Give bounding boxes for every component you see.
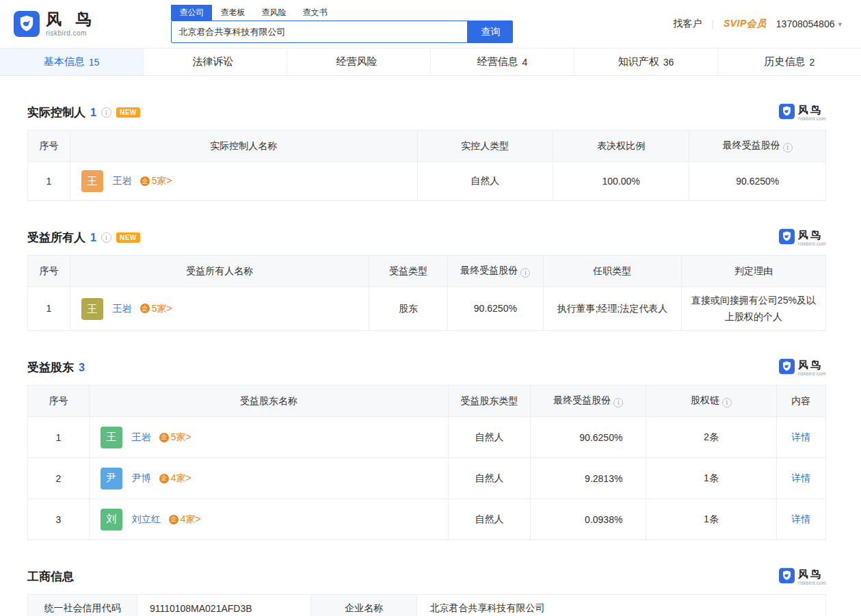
- person-link[interactable]: 王岩: [132, 431, 151, 442]
- riskbird-watermark-icon: [779, 228, 795, 247]
- tab-intellectual-property[interactable]: 知识产权 36: [574, 49, 718, 75]
- col-voting-ratio: 表决权比例: [553, 131, 689, 162]
- table-header-row: 序号 受益股东名称 受益股东类型 最终受益股份i 股权链i 内容: [28, 386, 826, 417]
- search-tab-company[interactable]: 查公司: [171, 5, 212, 21]
- detail-link[interactable]: 详情: [791, 472, 810, 483]
- riskbird-watermark-icon: [779, 358, 795, 377]
- tab-label: 经营信息: [477, 55, 518, 68]
- person-link[interactable]: 刘立红: [132, 513, 161, 524]
- watermark-name: 风鸟: [798, 230, 826, 240]
- cell-index: 3: [28, 499, 90, 540]
- company-icon: 企: [159, 474, 169, 483]
- related-companies-link[interactable]: 企 4家>: [159, 472, 191, 485]
- tab-label: 基本信息: [44, 55, 85, 68]
- col-position-type: 任职类型: [543, 256, 681, 287]
- search-area: 查公司 查老板 查风险 查文书 查询: [171, 5, 513, 43]
- info-icon[interactable]: i: [101, 107, 111, 118]
- col-owner-name: 受益所有人名称: [70, 256, 369, 287]
- section-count: 3: [79, 362, 85, 374]
- cell-type: 自然人: [449, 458, 531, 499]
- related-companies-link[interactable]: 企 5家>: [140, 175, 172, 187]
- tab-label: 经营风险: [336, 55, 377, 68]
- section-beneficial-owner: 受益所有人 1 i NEW 风鸟 riskbird.com 序号 受益所有人名称: [27, 230, 826, 331]
- field-value-credit-code: 91110108MA021AFD3B: [137, 595, 310, 616]
- watermark-name: 风鸟: [798, 360, 826, 370]
- search-tab-risk[interactable]: 查风险: [253, 5, 294, 21]
- cell-share: 90.6250%: [689, 162, 826, 201]
- riskbird-watermark-icon: [779, 567, 795, 586]
- person-link[interactable]: 王岩: [113, 175, 132, 186]
- cell-chain: 1条: [646, 499, 776, 540]
- search-button[interactable]: 查询: [468, 21, 513, 43]
- section-beneficial-shareholders: 受益股东 3 风鸟 riskbird.com 序号 受益股东名称 受益股东类型: [27, 360, 826, 540]
- table-header-row: 序号 受益所有人名称 受益类型 最终受益股份i 任职类型 判定理由: [28, 256, 826, 287]
- tab-operation-risk[interactable]: 经营风险: [287, 49, 431, 75]
- cell-type: 自然人: [417, 162, 553, 201]
- beneficial-owner-table: 序号 受益所有人名称 受益类型 最终受益股份i 任职类型 判定理由 1 王 王岩: [27, 255, 826, 331]
- cell-index: 2: [28, 458, 90, 499]
- col-equity-chain: 股权链i: [646, 386, 776, 417]
- cell-chain: 2条: [646, 417, 776, 458]
- search-tab-boss[interactable]: 查老板: [212, 5, 253, 21]
- related-companies-link[interactable]: 企 5家>: [159, 431, 191, 444]
- related-companies-link[interactable]: 企 4家>: [169, 513, 201, 526]
- account-phone-menu[interactable]: 13708054806 ▾: [776, 18, 842, 29]
- person-link[interactable]: 尹博: [132, 472, 151, 483]
- new-badge: NEW: [116, 232, 140, 243]
- col-final-share: 最终受益股份i: [689, 131, 826, 162]
- field-label-company-name: 企业名称: [311, 595, 417, 616]
- company-icon: 企: [169, 515, 178, 524]
- section-business-info: 工商信息 风鸟 riskbird.com 统一社会信用代码 91110108MA…: [27, 569, 826, 616]
- search-box: 查询: [171, 21, 513, 43]
- company-icon: 企: [140, 176, 150, 186]
- detail-tab-bar: 基本信息 15 法律诉讼 经营风险 经营信息 4 知识产权 36 历史信息 2: [0, 49, 861, 76]
- search-input[interactable]: [171, 21, 468, 43]
- actual-controller-table: 序号 实际控制人名称 实控人类型 表决权比例 最终受益股份i 1 王 王岩: [27, 130, 826, 201]
- col-final-share: 最终受益股份i: [447, 256, 543, 287]
- cell-vote: 100.00%: [553, 162, 689, 201]
- section-count: 1: [90, 232, 96, 244]
- search-tab-document[interactable]: 查文书: [294, 5, 335, 21]
- col-shareholder-name: 受益股东名称: [89, 386, 448, 417]
- cell-chain: 1条: [646, 458, 776, 499]
- tab-operation-info[interactable]: 经营信息 4: [431, 49, 574, 75]
- person-link[interactable]: 王岩: [113, 302, 132, 313]
- cell-content: 详情: [776, 417, 825, 458]
- detail-link[interactable]: 详情: [791, 513, 810, 524]
- tab-legal-litigation[interactable]: 法律诉讼: [144, 49, 287, 75]
- tab-history-info[interactable]: 历史信息 2: [718, 49, 861, 75]
- related-companies-link[interactable]: 企 5家>: [140, 301, 172, 317]
- chevron-down-icon: ▾: [838, 20, 842, 29]
- tab-count: 2: [810, 57, 815, 68]
- riskbird-logo-icon: [14, 11, 40, 37]
- col-index: 序号: [28, 386, 90, 417]
- section-title: 实际控制人: [27, 105, 85, 120]
- svip-member-link[interactable]: SVIP会员: [724, 18, 767, 30]
- logo-text: 风 鸟 riskbird.com: [46, 12, 96, 37]
- tab-basic-info[interactable]: 基本信息 15: [0, 49, 144, 75]
- info-icon[interactable]: i: [722, 398, 732, 407]
- riskbird-logo[interactable]: 风 鸟 riskbird.com: [14, 11, 96, 37]
- new-badge: NEW: [116, 107, 140, 118]
- cell-type: 自然人: [449, 417, 531, 458]
- logo-domain: riskbird.com: [46, 29, 96, 37]
- info-icon[interactable]: i: [613, 398, 623, 407]
- cell-share: 90.6250%: [531, 417, 646, 458]
- cell-name: 尹 尹博 企 4家>: [89, 458, 448, 499]
- table-row: 1 王 王岩 企 5家> 股东 90.6250% 执行董事;经理;法定代表人 直…: [28, 287, 826, 331]
- detail-link[interactable]: 详情: [791, 431, 810, 442]
- col-controller-type: 实控人类型: [417, 131, 553, 162]
- cell-index: 1: [28, 287, 70, 331]
- info-icon[interactable]: i: [101, 232, 111, 243]
- col-index: 序号: [28, 256, 70, 287]
- riskbird-watermark: 风鸟 riskbird.com: [779, 358, 826, 377]
- avatar: 王: [101, 427, 122, 448]
- info-icon[interactable]: i: [520, 268, 530, 278]
- watermark-domain: riskbird.com: [798, 116, 826, 121]
- col-controller-name: 实际控制人名称: [70, 131, 417, 162]
- find-customer-link[interactable]: 找客户: [673, 18, 702, 30]
- info-icon[interactable]: i: [783, 143, 793, 152]
- col-final-share: 最终受益股份i: [531, 386, 646, 417]
- main-content: 实际控制人 1 i NEW 风鸟 riskbird.com 序号 实际控制人名称: [0, 105, 861, 616]
- watermark-name: 风鸟: [798, 105, 826, 115]
